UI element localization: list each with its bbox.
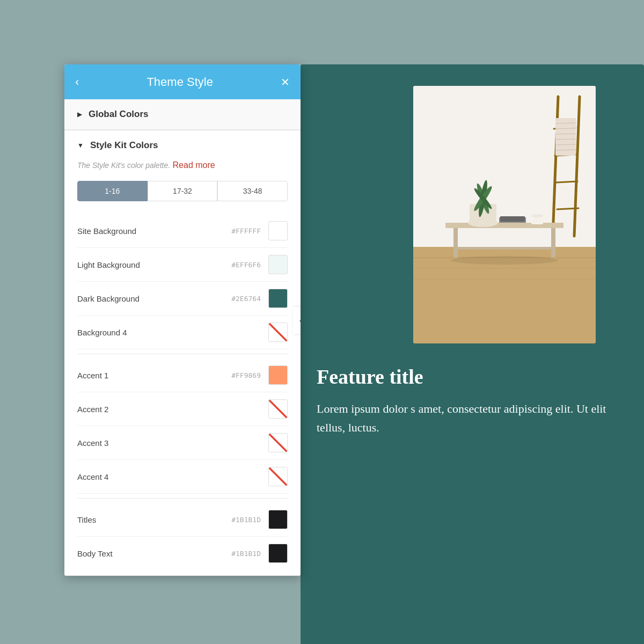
svg-rect-29 — [500, 216, 525, 222]
color-swatch-accent-2[interactable] — [268, 399, 288, 419]
color-hex-site-background: #FFFFFF — [231, 227, 261, 235]
theme-style-panel: ‹ Theme Style ✕ ▶ Global Colors ▼ Style … — [64, 64, 301, 576]
style-kit-header[interactable]: ▼ Style Kit Colors — [77, 130, 288, 160]
svg-line-10 — [557, 208, 579, 209]
color-row-titles[interactable]: Titles #1B1B1D — [77, 503, 288, 537]
style-kit-arrow: ▼ — [77, 142, 84, 149]
color-list: Site Background #FFFFFF Light Background… — [77, 214, 288, 575]
color-swatch-body-text[interactable] — [268, 544, 288, 563]
svg-point-31 — [531, 214, 543, 217]
svg-rect-20 — [551, 228, 555, 258]
color-hex-accent-1: #FF9869 — [231, 371, 261, 379]
close-button[interactable]: ✕ — [281, 76, 290, 89]
color-label-background-4: Background 4 — [77, 328, 261, 337]
style-kit-label: Style Kit Colors — [90, 140, 158, 151]
color-hex-dark-background: #2E6764 — [231, 295, 261, 303]
global-colors-label: Global Colors — [89, 109, 148, 120]
color-label-accent-1: Accent 1 — [77, 371, 231, 380]
color-label-accent-4: Accent 4 — [77, 472, 261, 481]
panel-title: Theme Style — [79, 75, 281, 89]
svg-rect-21 — [453, 247, 555, 250]
svg-point-32 — [451, 256, 558, 265]
read-more-link[interactable]: Read more — [173, 160, 215, 170]
color-label-accent-3: Accent 3 — [77, 438, 261, 448]
back-button[interactable]: ‹ — [75, 75, 79, 89]
color-swatch-dark-background[interactable] — [268, 289, 288, 308]
panel-header: ‹ Theme Style ✕ — [64, 64, 301, 99]
color-swatch-accent-4[interactable] — [268, 467, 288, 486]
color-swatch-site-background[interactable] — [268, 221, 288, 240]
color-row-background-4[interactable]: Background 4 — [77, 316, 288, 349]
feature-text-area: Feature title Lorem ipsum dolor s amet, … — [317, 365, 617, 437]
style-kit-colors-section: ▼ Style Kit Colors The Style Kit's color… — [64, 130, 301, 576]
color-label-site-background: Site Background — [77, 226, 231, 236]
color-row-accent-4[interactable]: Accent 4 — [77, 460, 288, 494]
global-colors-arrow: ▶ — [77, 111, 82, 118]
color-swatch-light-background[interactable] — [268, 255, 288, 274]
color-divider-1 — [77, 354, 288, 354]
description-text: The Style Kit's color palette. — [77, 161, 170, 170]
color-row-dark-background[interactable]: Dark Background #2E6764 — [77, 282, 288, 316]
tab-1-16[interactable]: 1-16 — [77, 181, 148, 201]
color-row-accent-2[interactable]: Accent 2 — [77, 392, 288, 426]
global-colors-section[interactable]: ▶ Global Colors — [64, 99, 301, 130]
color-label-accent-2: Accent 2 — [77, 405, 261, 414]
color-hex-light-background: #EFF6F6 — [231, 261, 261, 269]
tab-33-48[interactable]: 33-48 — [217, 181, 288, 201]
color-swatch-accent-3[interactable] — [268, 433, 288, 452]
collapse-icon: ‹ — [299, 316, 301, 325]
color-row-accent-1[interactable]: Accent 1 #FF9869 — [77, 358, 288, 392]
panel-body: ▶ Global Colors ▼ Style Kit Colors The S… — [64, 99, 301, 576]
svg-rect-19 — [453, 228, 458, 258]
color-label-dark-background: Dark Background — [77, 294, 231, 303]
color-swatch-titles[interactable] — [268, 510, 288, 529]
color-row-site-background[interactable]: Site Background #FFFFFF — [77, 214, 288, 248]
tab-17-32[interactable]: 17-32 — [148, 181, 218, 201]
color-range-tabs: 1-16 17-32 33-48 — [77, 181, 288, 201]
color-swatch-accent-1[interactable] — [268, 365, 288, 385]
teal-section: Feature title Lorem ipsum dolor s amet, … — [301, 64, 644, 644]
color-label-titles: Titles — [77, 515, 231, 524]
color-row-accent-3[interactable]: Accent 3 — [77, 426, 288, 460]
style-kit-description: The Style Kit's color palette. Read more — [77, 160, 288, 170]
feature-body: Lorem ipsum dolor s amet, consectetur ad… — [317, 399, 617, 437]
collapse-handle[interactable]: ‹ — [293, 307, 301, 334]
color-swatch-background-4[interactable] — [268, 323, 288, 342]
svg-line-9 — [556, 181, 577, 182]
svg-rect-0 — [413, 86, 596, 258]
color-label-body-text: Body Text — [77, 549, 231, 558]
color-label-light-background: Light Background — [77, 260, 231, 269]
color-hex-body-text: #1B1B1D — [231, 550, 261, 558]
color-divider-2 — [77, 498, 288, 499]
color-row-body-text[interactable]: Body Text #1B1B1D — [77, 537, 288, 570]
color-row-light-background[interactable]: Light Background #EFF6F6 — [77, 248, 288, 282]
feature-title: Feature title — [317, 365, 617, 389]
svg-rect-18 — [445, 223, 564, 228]
color-hex-titles: #1B1B1D — [231, 516, 261, 524]
feature-image — [413, 86, 596, 343]
